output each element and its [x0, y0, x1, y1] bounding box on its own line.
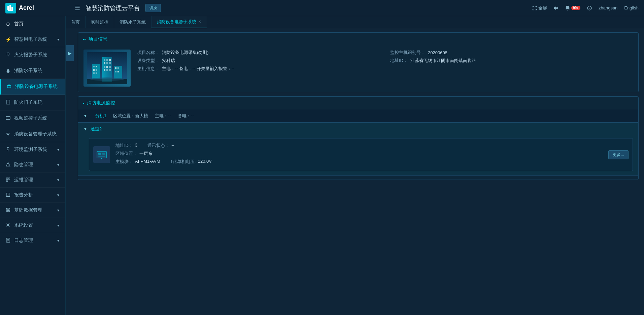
detail-value-host: 主电：-- 备电：-- 开关量输入报警：-- [162, 66, 234, 72]
more-button[interactable]: 更多... [608, 150, 629, 159]
sidebar-item-log-mgmt-label: 日志管理 [14, 238, 33, 244]
sidebar-item-smart-meter-label: 智慧用电子系统 [14, 36, 47, 42]
sidebar-item-equip-mgmt[interactable]: 消防设备管理子系统 [0, 126, 65, 142]
reports-icon [5, 192, 11, 198]
mute-button[interactable] [554, 6, 558, 10]
project-details: 项目名称： 消防设备电源采集(勿删) 监控主机识别号： 20200608 设备类… [137, 50, 633, 87]
svg-rect-55 [115, 71, 116, 72]
detail-row-addr: 地址ID： 江苏省无锡市江阴市南闸镇南售路 [390, 58, 633, 64]
tab-realtime-label: 实时监控 [91, 19, 108, 25]
device-comm-label: 通讯状态： [147, 143, 169, 149]
fire-door-icon [5, 100, 11, 105]
svg-rect-15 [7, 147, 9, 150]
power-monitor-header: ▪ 消防电源监控 [78, 97, 638, 109]
svg-rect-3 [8, 10, 13, 11]
svg-rect-39 [104, 66, 105, 68]
svg-point-25 [6, 208, 10, 209]
sidebar-item-reports-label: 报告分析 [14, 192, 33, 198]
svg-rect-44 [109, 69, 111, 71]
project-info-body: 项目名称： 消防设备电源采集(勿删) 监控主机识别号： 20200608 设备类… [78, 45, 638, 92]
logo-area: Acrel [5, 3, 69, 13]
channel-header[interactable]: ▼ 通道2 [78, 123, 638, 135]
power-monitor-title: 消防电源监控 [87, 100, 115, 106]
svg-rect-0 [7, 6, 9, 10]
sub-machine-expand-icon: ▼ [83, 114, 87, 118]
device-detail-row-3: 主模块： AFPM1-AVM 1路单相电压: 120.0V [115, 159, 603, 165]
logo-icon [5, 3, 16, 13]
device-detail-voltage: 1路单相电压: 120.0V [170, 159, 212, 165]
sidebar-item-smart-meter[interactable]: ⚡ 智慧用电子系统 ▼ [0, 32, 65, 47]
sidebar-item-env-monitor[interactable]: 环境监测子系统 ▼ [0, 142, 65, 157]
device-addr-value: 3 [135, 143, 137, 149]
sidebar-item-fire-water[interactable]: 消防水子系统 [0, 63, 65, 79]
channel-name: 通道2 [91, 126, 102, 132]
video-monitor-icon [5, 116, 11, 121]
sidebar-item-log-mgmt[interactable]: 日志管理 ▼ [0, 233, 65, 248]
content-area: 首页 实时监控 消防水子系统 消防设备电源子系统 ✕ ▶ ▪▪ 项目信息 [66, 16, 644, 315]
sidebar-item-video-monitor[interactable]: 视频监控子系统 [0, 111, 65, 126]
detail-label-host: 主机信息： [137, 66, 159, 72]
svg-rect-20 [6, 180, 8, 181]
svg-rect-42 [104, 69, 105, 71]
device-module-label: 主模块： [115, 159, 133, 165]
svg-rect-35 [109, 59, 111, 61]
chevron-down-icon: ▼ [57, 178, 60, 182]
svg-rect-34 [106, 59, 108, 61]
detail-row-host: 主机信息： 主电：-- 备电：-- 开关量输入报警：-- [137, 66, 633, 72]
chevron-down-icon: ▼ [57, 224, 60, 227]
tab-power-label: 消防设备电源子系统 [157, 19, 196, 25]
sidebar-item-fire-power[interactable]: 消防设备电源子系统 [0, 79, 65, 95]
sidebar-item-fire-alarm-label: 火灾报警子系统 [14, 52, 47, 58]
project-image [83, 50, 131, 87]
device-detail-addr: 地址ID： 3 [115, 143, 137, 149]
sub-machine-area: 区域位置：新大楼 [113, 113, 148, 119]
sidebar-item-env-monitor-label: 环境监测子系统 [14, 147, 47, 153]
project-info-icon: ▪▪ [83, 37, 86, 41]
help-button[interactable]: i [587, 6, 592, 10]
chevron-down-icon: ▼ [57, 239, 60, 243]
tab-water[interactable]: 消防水子系统 [114, 16, 151, 28]
tab-home[interactable]: 首页 [66, 16, 86, 28]
fullscreen-button[interactable]: 全屏 [532, 5, 547, 11]
sidebar-item-reports[interactable]: 报告分析 ▼ [0, 188, 65, 203]
device-voltage-label: 1路单相电压: [170, 159, 196, 165]
sidebar-item-hidden-danger[interactable]: 隐患管理 ▼ [0, 157, 65, 172]
device-detail-module: 主模块： AFPM1-AVM [115, 159, 160, 165]
sidebar-item-fire-alarm[interactable]: 火灾报警子系统 [0, 47, 65, 63]
home-icon: ⊙ [5, 21, 11, 27]
username-label: zhangsan [599, 5, 617, 10]
sub-machine-name: 分机1 [95, 113, 106, 119]
sidebar-item-base-data[interactable]: 基础数据管理 ▼ [0, 203, 65, 218]
notification-button[interactable]: 99+ [565, 6, 580, 10]
main-layout: ⊙ 首页 ⚡ 智慧用电子系统 ▼ 火灾报警子系统 消防水子系统 消防设备电源子系… [0, 16, 644, 315]
top-bar: Acrel ☰ 智慧消防管理云平台 切换 全屏 99+ i [0, 0, 644, 16]
channel-expand-icon: ▼ [83, 127, 87, 131]
chevron-down-icon: ▼ [57, 38, 60, 41]
menu-toggle-icon[interactable]: ☰ [75, 4, 80, 12]
project-info-title: 项目信息 [89, 36, 107, 42]
equip-mgmt-icon [5, 131, 11, 137]
svg-point-64 [101, 158, 102, 159]
sidebar-item-home[interactable]: ⊙ 首页 [0, 16, 65, 32]
sub-machine-main-power: 主电：-- [155, 113, 171, 119]
log-mgmt-icon [5, 238, 11, 244]
switch-button[interactable]: 切换 [145, 4, 161, 12]
svg-point-17 [8, 165, 8, 166]
sys-settings-icon [5, 223, 11, 228]
channel-device-card: 地址ID： 3 通讯状态： -- [89, 138, 633, 171]
sub-machine-row[interactable]: ▼ 分机1 区域位置：新大楼 主电：-- 备电：-- [78, 109, 638, 123]
tab-close-icon[interactable]: ✕ [198, 20, 201, 24]
content-panel: ▶ ▪▪ 项目信息 [66, 28, 644, 315]
tab-home-label: 首页 [71, 19, 80, 25]
tab-realtime[interactable]: 实时监控 [86, 16, 114, 28]
svg-point-26 [7, 224, 9, 225]
sidebar-item-sys-settings[interactable]: 系统设置 ▼ [0, 218, 65, 233]
tab-power[interactable]: 消防设备电源子系统 ✕ [151, 16, 207, 28]
fire-water-icon [5, 68, 11, 74]
svg-rect-62 [102, 153, 105, 155]
sidebar-item-fire-door[interactable]: 防火门子系统 [0, 95, 65, 111]
language-button[interactable]: English [624, 5, 639, 10]
sidebar-item-ops-mgmt[interactable]: 运维管理 ▼ [0, 172, 65, 188]
panel-arrow-button[interactable]: ▶ [66, 45, 74, 61]
svg-rect-10 [6, 100, 10, 104]
